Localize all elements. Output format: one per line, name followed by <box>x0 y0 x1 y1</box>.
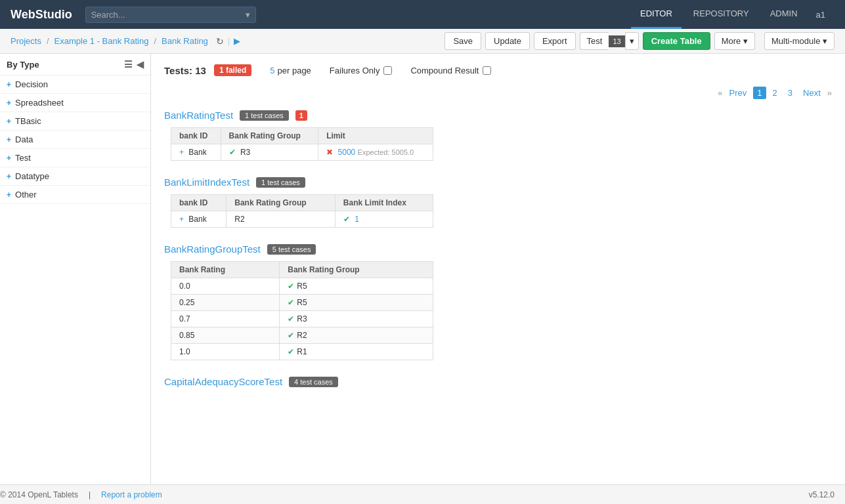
cell-rating-group-val-3: ✔R2 <box>280 327 433 344</box>
failures-only: Failures Only <box>330 66 393 75</box>
compound-result-checkbox[interactable] <box>483 66 491 75</box>
table-row: + Bank R2 ✔ 1 <box>171 211 433 228</box>
toolbar: Save Update Export Test 13 ▾ Create Tabl… <box>444 32 834 50</box>
cell-r3: ✔ R3 <box>221 144 318 161</box>
bank-rating-test-failed: 1 <box>295 110 307 121</box>
capital-adequacy-score-title[interactable]: CapitalAdequacyScoreTest <box>164 376 282 387</box>
test-button[interactable]: Test <box>580 32 609 50</box>
cell-limit-fail: ✖ 5000 Expected: 5005.0 <box>318 144 433 161</box>
pagination-next[interactable]: Next <box>799 87 825 99</box>
bank-rating-test-badge: 1 test cases <box>240 110 289 121</box>
main-layout: By Type ☰ ◀ + Decision + Spreadsheet + T… <box>0 54 845 484</box>
col-bank-limit-index: Bank Limit Index <box>335 195 433 211</box>
table-row: 0.0✔R5 <box>171 278 433 295</box>
pagination-page-1[interactable]: 1 <box>753 87 766 99</box>
cell-limit-pass: ✔ 1 <box>335 211 433 228</box>
sidebar-item-decision[interactable]: + Decision <box>0 75 150 94</box>
expand-icon[interactable]: + <box>179 148 184 157</box>
limit-fail-link[interactable]: 5000 <box>338 148 356 157</box>
nav-repository[interactable]: REPOSITORY <box>684 0 758 29</box>
breadcrumb-projects[interactable]: Projects <box>11 36 41 46</box>
sidebar-menu-icon[interactable]: ☰ <box>124 59 133 70</box>
export-button[interactable]: Export <box>534 32 576 50</box>
capital-adequacy-score-badge: 4 test cases <box>289 377 338 387</box>
sidebar-label-tbasic: TBasic <box>15 116 41 126</box>
sidebar-header-icons: ☰ ◀ <box>124 59 144 70</box>
pagination-page-2[interactable]: 2 <box>769 87 781 99</box>
col-bank-rating-group-3: Bank Rating Group <box>280 262 433 278</box>
bank-rating-test-title[interactable]: BankRatingTest <box>164 110 233 121</box>
check-icon-rg-3: ✔ <box>288 331 294 340</box>
col-bank-id-2: bank ID <box>171 195 227 211</box>
expected-text: Expected: 5005.0 <box>358 148 414 156</box>
refresh-icon[interactable]: ↻ <box>216 36 224 47</box>
sidebar-item-spreadsheet[interactable]: + Spreadsheet <box>0 94 150 112</box>
top-nav: WebStudio ▾ EDITOR REPOSITORY ADMIN a1 <box>0 0 845 29</box>
breadcrumb-arrow[interactable]: ▶ <box>234 36 240 46</box>
cell-rating-group-val-1: ✔R5 <box>280 295 433 311</box>
sidebar-item-datatype[interactable]: + Datatype <box>0 167 150 186</box>
check-icon-rg-4: ✔ <box>288 347 294 356</box>
footer-report-link[interactable]: Report a problem <box>101 490 162 499</box>
limit-pass-link[interactable]: 1 <box>355 215 359 224</box>
sidebar-item-other[interactable]: + Other <box>0 186 150 204</box>
multi-module-button[interactable]: Multi-module ▾ <box>764 32 834 50</box>
table-row: 0.25✔R5 <box>171 295 433 311</box>
bank-limit-index-test-section: BankLimitIndexTest 1 test cases bank ID … <box>164 177 832 228</box>
nav-editor[interactable]: EDITOR <box>631 0 682 29</box>
save-button[interactable]: Save <box>444 32 481 50</box>
breadcrumb-sep-1: / <box>47 36 49 46</box>
bank-limit-index-test-title[interactable]: BankLimitIndexTest <box>164 177 249 188</box>
sidebar-collapse-icon[interactable]: ◀ <box>137 59 144 70</box>
cross-icon: ✖ <box>326 148 333 157</box>
pagination-prev[interactable]: Prev <box>726 87 751 99</box>
capital-adequacy-score-header: CapitalAdequacyScoreTest 4 test cases <box>164 376 832 387</box>
bank-rating-test-header: BankRatingTest 1 test cases 1 <box>164 110 832 121</box>
bank-limit-index-badge: 1 test cases <box>256 177 305 188</box>
tests-title: Tests: 13 <box>164 65 206 76</box>
content-area: Tests: 13 1 failed 5 per page Failures O… <box>151 54 845 484</box>
plus-icon-data: + <box>7 135 11 144</box>
cell-rating-val-2: 0.7 <box>171 311 280 327</box>
cell-bank-value: Bank <box>188 148 206 157</box>
sidebar-title: By Type <box>7 60 39 70</box>
col-bank-id: bank ID <box>171 128 221 144</box>
sidebar-label-other: Other <box>15 190 37 200</box>
cell-bank-2: + Bank <box>171 211 227 228</box>
bank-limit-index-table: bank ID Bank Rating Group Bank Limit Ind… <box>171 194 433 228</box>
sidebar-item-data[interactable]: + Data <box>0 131 150 149</box>
breadcrumb: Projects / Example 1 - Bank Rating / Ban… <box>11 36 240 47</box>
update-button[interactable]: Update <box>485 32 530 50</box>
search-box[interactable]: ▾ <box>85 7 256 23</box>
per-page-label: per page <box>278 66 311 75</box>
failures-only-checkbox[interactable] <box>383 66 392 75</box>
cell-rating-val-4: 1.0 <box>171 344 280 360</box>
sidebar-item-test[interactable]: + Test <box>0 149 150 167</box>
capital-adequacy-score-test-section: CapitalAdequacyScoreTest 4 test cases <box>164 376 832 387</box>
pagination-page-3[interactable]: 3 <box>784 87 796 99</box>
nav-user: a1 <box>807 3 834 26</box>
search-input[interactable] <box>91 10 243 20</box>
sidebar-label-datatype: Datatype <box>15 171 49 181</box>
cell-rating-group-val-0: ✔R5 <box>280 278 433 295</box>
create-table-button[interactable]: Create Table <box>643 32 710 50</box>
sidebar-item-tbasic[interactable]: + TBasic <box>0 112 150 131</box>
pagination-sep-close: » <box>827 88 832 98</box>
plus-icon-spreadsheet: + <box>7 98 11 108</box>
compound-result: Compound Result <box>410 66 491 75</box>
check-icon-rg-0: ✔ <box>288 282 294 291</box>
per-page-link[interactable]: 5 <box>270 66 274 75</box>
more-button[interactable]: More ▾ <box>714 32 755 50</box>
test-dropdown-button[interactable]: ▾ <box>625 32 639 50</box>
expand-icon-2[interactable]: + <box>179 215 184 224</box>
compound-result-label: Compound Result <box>410 66 479 75</box>
search-dropdown-icon[interactable]: ▾ <box>246 10 250 20</box>
plus-icon-other: + <box>7 190 11 200</box>
breadcrumb-example[interactable]: Example 1 - Bank Rating <box>54 36 149 46</box>
plus-icon-tbasic: + <box>7 117 11 126</box>
bank-rating-group-table: Bank Rating Bank Rating Group 0.0✔R50.25… <box>171 261 433 360</box>
footer-sep: | <box>89 490 91 499</box>
breadcrumb-sep-2: / <box>154 36 156 46</box>
bank-rating-group-test-title[interactable]: BankRatingGroupTest <box>164 243 261 255</box>
nav-admin[interactable]: ADMIN <box>761 0 807 29</box>
